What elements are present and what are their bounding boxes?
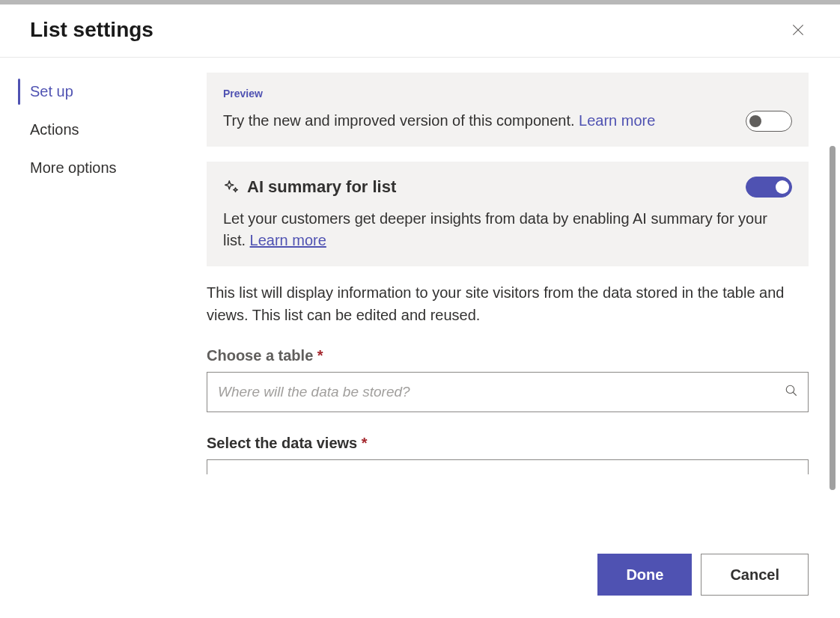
toggle-knob [749,115,761,127]
sidebar: Set up Actions More options [0,58,193,618]
search-icon[interactable] [785,384,798,400]
sidebar-item-label: More options [30,159,117,176]
dialog-title: List settings [30,18,153,42]
select-views-dropdown[interactable] [207,459,809,474]
select-views-label: Select the data views * [207,435,809,452]
preview-toggle[interactable] [746,111,792,132]
ai-card-text: Let your customers get deeper insights f… [223,208,792,251]
done-button[interactable]: Done [597,554,692,596]
choose-table-input[interactable] [207,372,809,412]
dialog-header: List settings [0,4,840,58]
sidebar-item-label: Actions [30,121,79,138]
svg-line-1 [793,392,797,396]
list-description: This list will display information to yo… [207,281,809,326]
svg-point-0 [786,385,794,394]
sidebar-item-more-options[interactable]: More options [0,149,193,187]
ai-card-header: AI summary for list [223,177,792,198]
preview-text: Try the new and improved version of this… [223,110,655,132]
preview-row: Try the new and improved version of this… [223,110,792,132]
preview-card: Preview Try the new and improved version… [207,73,809,147]
close-icon [791,22,806,37]
required-indicator: * [362,435,368,451]
sidebar-item-label: Set up [30,83,73,100]
ai-summary-card: AI summary for list Let your customers g… [207,162,809,266]
preview-badge: Preview [223,88,792,100]
ai-learn-more-link[interactable]: Learn more [250,232,326,248]
sidebar-item-actions[interactable]: Actions [0,111,193,149]
main-content: Preview Try the new and improved version… [193,58,840,618]
sparkle-icon [223,179,240,195]
required-indicator: * [317,347,323,364]
toggle-knob [776,180,789,194]
scrollbar[interactable] [830,146,836,490]
choose-table-input-wrap [207,372,809,412]
choose-table-label: Choose a table * [207,347,809,364]
dialog-footer: Done Cancel [597,554,809,596]
list-settings-dialog: List settings Set up Actions More option… [0,4,840,618]
sidebar-item-setup[interactable]: Set up [0,73,193,111]
close-button[interactable] [786,18,810,42]
preview-learn-more-link[interactable]: Learn more [579,112,655,129]
cancel-button[interactable]: Cancel [701,554,809,596]
dialog-body: Set up Actions More options Preview Try … [0,58,840,618]
ai-title-group: AI summary for list [223,177,396,197]
ai-summary-toggle[interactable] [746,177,792,198]
ai-card-title: AI summary for list [247,177,396,197]
